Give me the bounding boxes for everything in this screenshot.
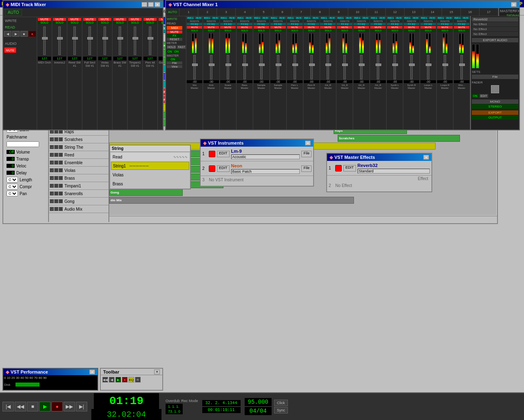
vst-ch-insdyn-2[interactable]: INSDYN <box>220 20 236 22</box>
track-col3-18[interactable] <box>59 184 63 188</box>
midi-ch-mute-4[interactable]: MUTE <box>98 18 111 21</box>
vst-fader-handle-12[interactable] <box>392 64 398 66</box>
vst-slot-1-file[interactable]: File <box>301 151 312 157</box>
vst-ch-solo-14[interactable]: SOLO <box>420 29 436 32</box>
toolbar-btn-1[interactable]: ◀◀ <box>102 377 108 383</box>
midi-ch-mute-0[interactable]: MUTE <box>38 18 51 21</box>
vst-ch-insdyn-5[interactable]: INSDYN <box>270 20 286 22</box>
vst-ch-insl-12[interactable]: INS L <box>387 17 394 19</box>
vst-fader-handle-13[interactable] <box>409 64 415 66</box>
vst-ch-fxeq-4[interactable]: FX EQ <box>254 23 269 25</box>
delay-value[interactable]: 0 <box>7 171 15 175</box>
track-mute-14[interactable]: ♩ <box>50 153 54 157</box>
midi-ch-solo-3[interactable]: SOLO <box>83 21 96 24</box>
vst-ch-fxeq-10[interactable]: FX EQ <box>354 23 369 25</box>
track-mute-16[interactable]: ♩ <box>50 168 54 172</box>
vst-ch-insr-2[interactable]: IN R <box>228 17 236 19</box>
vst-master-effects-close[interactable]: × <box>423 155 429 160</box>
track-col3-21[interactable] <box>59 207 63 211</box>
vst-fader-handle-1[interactable] <box>209 64 214 66</box>
vst-ch-fxeq-11[interactable]: FX EQ <box>370 23 386 25</box>
vst-ch-insdyn-8[interactable]: INSDYN <box>320 20 336 22</box>
vst-fader-handle-9[interactable] <box>342 64 348 66</box>
midi-fader-handle-4[interactable] <box>102 37 108 40</box>
auto-button[interactable]: AUTO <box>5 9 22 16</box>
vst-ch-insl-5[interactable]: INS L <box>270 17 278 19</box>
vst-fader-handle-4[interactable] <box>259 64 265 66</box>
vst-ch-insr-9[interactable]: IN R <box>345 17 352 19</box>
vst-slot-2-file[interactable]: File <box>301 165 312 172</box>
vst-ch-fxeq-8[interactable]: FX EQ <box>320 23 336 25</box>
record-transport-button[interactable]: ● <box>51 402 63 411</box>
string-violas-row[interactable]: Violas <box>111 171 189 179</box>
vst-ch-solo-4[interactable]: SOLO <box>254 29 269 32</box>
vst-ch-solo-1[interactable]: SOLO <box>203 29 219 32</box>
track-mute-19[interactable]: ♩ <box>50 191 54 196</box>
stop-transport-button[interactable]: ■ <box>27 402 38 411</box>
vst-ch-solo-0[interactable]: SOLO <box>187 29 202 32</box>
vst-ch-insdyn-14[interactable]: INSDYN <box>420 20 436 22</box>
vst-ch-solo-5[interactable]: SOLO <box>270 29 286 32</box>
track-mute-17[interactable]: ♩ <box>50 176 54 180</box>
track-row-reed[interactable]: ♩ Reed <box>49 151 108 159</box>
arrange-scrollbar-h[interactable] <box>109 216 497 222</box>
vst-ch-fader-0[interactable] <box>193 55 196 79</box>
vst-ch-fxeq-3[interactable]: FX EQ <box>237 23 252 25</box>
mute-btn-vst[interactable]: MUTE <box>167 31 182 33</box>
vst-ch-insdyn-1[interactable]: INSDYN <box>203 20 219 22</box>
toolbar-btn-play[interactable]: ▶ <box>115 377 121 383</box>
vst-fx-slot-1-power[interactable] <box>335 165 342 172</box>
midi-ch-mute-5[interactable]: MUTE <box>113 18 126 21</box>
vst-ch-insdyn-3[interactable]: INSDYN <box>237 20 252 22</box>
vst-ch-fxeq-14[interactable]: FX EQ <box>420 23 436 25</box>
vst-ch-insr-14[interactable]: IN R <box>429 17 436 19</box>
vst-ch-insl-16[interactable]: INS L <box>454 17 461 19</box>
vst-ch-fxeq-5[interactable]: FX EQ <box>270 23 286 25</box>
rewind-button[interactable]: |◀ <box>2 402 14 411</box>
vst-ch-mute-7[interactable]: MUTE <box>304 26 319 29</box>
track-col2-18[interactable] <box>54 184 58 188</box>
vst-ch-fader-13[interactable] <box>410 55 413 79</box>
effect-no-effect-1[interactable]: No Effect <box>472 22 518 26</box>
vst-ch-solo-15[interactable]: SOLO <box>437 29 453 32</box>
midi-ch-solo-6[interactable]: SOLO <box>128 21 142 24</box>
vst-ch-fader-16[interactable] <box>460 55 463 79</box>
track-row-violas[interactable]: ♩ Violas <box>49 167 108 174</box>
vst-ch-mute-13[interactable]: MUTE <box>404 26 419 29</box>
on-btn-2[interactable]: ON <box>174 50 180 53</box>
track-col2-14[interactable] <box>54 153 58 157</box>
midi-fader-handle-7[interactable] <box>148 37 153 40</box>
stereo-btn[interactable]: STEREO <box>472 104 518 109</box>
vst-ch-mute-11[interactable]: MUTE <box>370 26 386 29</box>
midi-fader-handle-6[interactable] <box>133 37 138 40</box>
track-row-scratches[interactable]: ♩ Scratches <box>49 136 108 143</box>
vst-ch-fxeq-2[interactable]: FX EQ <box>220 23 236 25</box>
vst-ch-solo-9[interactable]: SOLO <box>337 29 352 32</box>
vst-fader-handle-15[interactable] <box>442 64 448 66</box>
vst-fx-slot-1-preset[interactable]: Standard <box>358 169 430 174</box>
vst-fader-handle-14[interactable] <box>426 64 431 66</box>
vst-ch-insr-6[interactable]: IN R <box>295 17 303 19</box>
prev-button[interactable]: ◀ <box>4 31 11 37</box>
record-button-mixer[interactable]: ● <box>29 31 36 37</box>
vst-ch-insl-6[interactable]: INS L <box>287 17 294 19</box>
vst-ch-solo-16[interactable]: SOLO <box>454 29 469 32</box>
vst-fader-handle-3[interactable] <box>242 64 248 66</box>
midi-ch-mute-8[interactable]: MUTE <box>159 18 163 21</box>
file-btn-vst[interactable]: File <box>167 62 182 64</box>
vst-ch-fader-1[interactable] <box>210 55 212 79</box>
midi-fader-handle-0[interactable] <box>42 37 48 40</box>
midi-ch-fader-3[interactable] <box>88 26 91 55</box>
stop-button[interactable]: ■ <box>20 31 28 37</box>
click-button[interactable]: Click <box>274 400 288 406</box>
vst-ch-mute-5[interactable]: MUTE <box>270 26 286 29</box>
midi-ch-solo-2[interactable]: SOLO <box>68 21 81 24</box>
vst-ch-mute-15[interactable]: MUTE <box>437 26 453 29</box>
string-string1-row[interactable]: String1 ⁓⁓⁓⁓⁓⁓ <box>111 162 189 170</box>
vst-ch-fader-7[interactable] <box>310 55 313 79</box>
vst-ch-insl-10[interactable]: INS L <box>354 17 361 19</box>
vst-ch-insr-1[interactable]: IN R <box>212 17 219 19</box>
track-row-ensemble[interactable]: ♩ Ensemble <box>49 159 108 167</box>
auto-btn-vst[interactable]: AUTO <box>167 10 178 14</box>
vst-ch-insdyn-11[interactable]: INSDYN <box>370 20 386 22</box>
